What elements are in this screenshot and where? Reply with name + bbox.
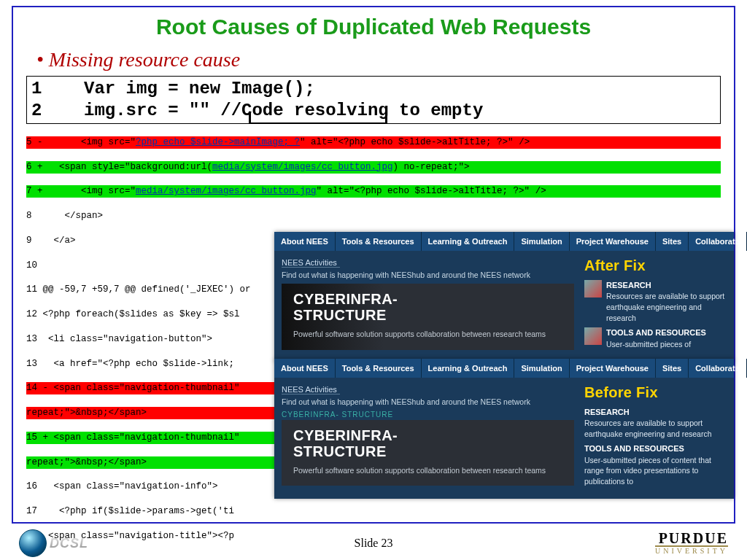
nav-item: Sites [656, 232, 689, 251]
code-line: 1 Var img = new Image(); [31, 79, 315, 98]
diff-line: 7 + <img src="media/system/images/cc_but… [26, 185, 721, 198]
globe-icon [19, 529, 47, 557]
section-label: NEES Activities [282, 385, 340, 394]
section-label: NEES Activities [282, 258, 340, 268]
slide-frame: Root Causes of Duplicated Web Requests M… [12, 6, 735, 524]
purdue-main: PURDUE [655, 532, 728, 545]
nav-item: Project Warehouse [570, 232, 656, 251]
screenshot-nav: About NEES Tools & Resources Learning & … [274, 232, 734, 251]
cyberinfra-tag: CYBERINFRA- STRUCTURE [282, 411, 574, 419]
sidebar-text: Resources are available to support earth… [606, 291, 727, 323]
nav-item: Simulation [514, 232, 569, 251]
thumb-icon [584, 327, 602, 345]
section-subtitle: Find out what is happening with NEEShub … [282, 271, 574, 279]
sidebar-heading: RESEARCH [606, 280, 727, 291]
dcsl-text: DCSL [50, 536, 88, 551]
thumb-icon [584, 280, 602, 298]
sidebar-heading: RESEARCH [584, 407, 727, 418]
nav-item: About NEES [274, 359, 336, 378]
bracket-annotation [249, 112, 387, 124]
section-subtitle: Find out what is happening with NEEShub … [282, 397, 574, 406]
nav-item: Simulation [514, 359, 569, 378]
feature-title: CYBERINFRA- STRUCTURE [293, 291, 562, 323]
feature-desc: Powerful software solution supports coll… [293, 465, 562, 476]
sidebar-heading: TOOLS AND RESOURCES [584, 443, 727, 454]
purdue-sub: UNIVERSITY [655, 545, 728, 554]
dcsl-logo: DCSL [19, 529, 88, 557]
nav-item: Learning & Outreach [422, 232, 515, 251]
before-fix-label: Before Fix [584, 382, 727, 402]
screenshot-before: About NEES Tools & Resources Learning & … [274, 359, 734, 499]
slide-number: Slide 23 [355, 537, 393, 550]
feature-title: CYBERINFRA- STRUCTURE [293, 427, 562, 459]
after-fix-label: After Fix [584, 255, 727, 276]
nav-item: Sites [656, 359, 689, 378]
nav-item: Tools & Resources [336, 359, 422, 378]
slide-title: Root Causes of Duplicated Web Requests [26, 15, 721, 39]
sidebar-text: User-submitted pieces of [606, 339, 706, 350]
screenshot-after: About NEES Tools & Resources Learning & … [274, 232, 734, 362]
diff-line: 5 - <img src="?php echo $slide->mainImag… [26, 136, 721, 149]
diff-line: 8 </span> [26, 210, 721, 222]
nav-item: Project Warehouse [570, 359, 656, 378]
screenshot-nav: About NEES Tools & Resources Learning & … [274, 359, 734, 378]
sidebar-text: Resources are available to support earth… [584, 418, 727, 439]
bullet-1: Missing resource cause [36, 48, 721, 71]
code-snippet-1: 1 Var img = new Image(); 2 img.src = "" … [26, 76, 721, 124]
purdue-logo: PURDUE UNIVERSITY [655, 532, 728, 555]
feature-desc: Powerful software solution supports coll… [293, 329, 562, 340]
nav-item: Tools & Resources [336, 232, 422, 251]
nav-item: Collaborate [689, 232, 747, 251]
sidebar-text: User-submitted pieces of content that ra… [584, 455, 727, 487]
nav-item: About NEES [274, 232, 336, 251]
screenshot-stack: About NEES Tools & Resources Learning & … [274, 232, 734, 499]
nav-item: Learning & Outreach [422, 359, 515, 378]
footer: DCSL Slide 23 PURDUE UNIVERSITY [0, 526, 747, 560]
diff-line: 17 <?php if($slide->params->get('ti [26, 505, 721, 518]
sidebar-heading: TOOLS AND RESOURCES [606, 327, 706, 338]
nav-item: Collaborate [689, 359, 747, 378]
diff-line: 6 + <span style="background:url(media/sy… [26, 161, 721, 174]
